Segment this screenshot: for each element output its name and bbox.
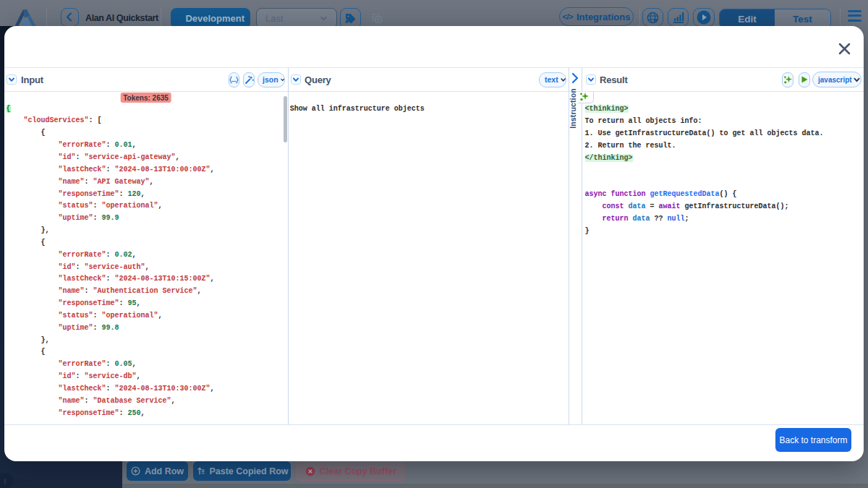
svg-text:R: R — [653, 17, 657, 22]
